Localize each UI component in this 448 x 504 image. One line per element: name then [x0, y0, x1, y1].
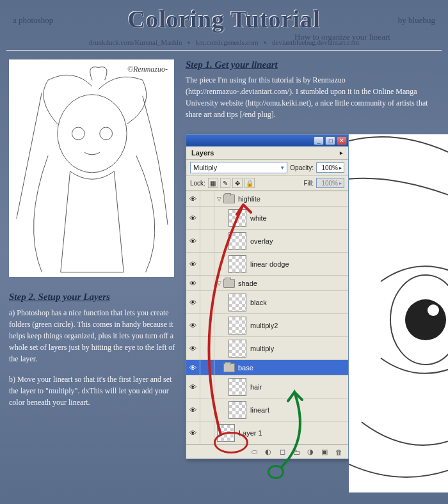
link-b[interactable]: km.comicgenesis.com — [196, 38, 259, 46]
layer-name[interactable]: highlite — [238, 195, 260, 203]
lock-fill-row: Lock: ▦ ✎ ✥ 🔒 Fill: 100%▸ — [186, 176, 348, 191]
link-a[interactable]: drunkduck.com/Kurenai_Mashin — [89, 38, 182, 46]
header-byline: by bluebug — [398, 15, 435, 26]
layers-tab[interactable]: Layers ▸ — [186, 146, 348, 160]
visibility-toggle-icon[interactable]: 👁 — [186, 276, 200, 290]
layer-thumbnail[interactable] — [228, 340, 246, 358]
fill-field[interactable]: 100%▸ — [316, 178, 344, 188]
layer-name[interactable]: base — [238, 364, 253, 372]
visibility-toggle-icon[interactable]: 👁 — [186, 421, 200, 444]
layers-list[interactable]: 👁▽highlite👁white👁overlay👁linear dodge👁▽s… — [186, 191, 348, 445]
layers-panel[interactable]: _ ◻ ✕ Layers ▸ Multiply ▾ Opacity: 100%▸… — [186, 134, 349, 459]
layer-name[interactable]: Layer 1 — [239, 429, 262, 437]
visibility-toggle-icon[interactable]: 👁 — [186, 375, 200, 398]
artist-signature: ©Renmazuo- — [127, 65, 168, 74]
visibility-toggle-icon[interactable]: 👁 — [186, 398, 200, 421]
layer-thumbnail[interactable] — [228, 232, 246, 250]
new-folder-icon[interactable]: 🗀 — [291, 447, 302, 457]
svg-point-4 — [405, 299, 446, 340]
link-column[interactable] — [200, 207, 214, 229]
layer-name[interactable]: multiply2 — [250, 322, 278, 329]
link-column[interactable] — [200, 276, 214, 290]
lock-pixels-icon[interactable]: ✎ — [220, 178, 230, 188]
adjustment-layer-icon[interactable]: ◑ — [305, 447, 316, 457]
layer-item[interactable]: 👁lineart — [186, 398, 348, 421]
delete-layer-icon[interactable]: 🗑 — [333, 447, 344, 457]
step2-para-a: a) Photoshop has a nice function that le… — [9, 307, 179, 365]
separator-icon: ▪ — [264, 38, 266, 46]
layer-folder[interactable]: 👁▽base — [186, 360, 348, 375]
visibility-toggle-icon[interactable]: 👁 — [186, 191, 200, 206]
layer-name[interactable]: multiply — [250, 345, 274, 352]
layer-item[interactable]: 👁multiply — [186, 337, 348, 360]
folder-toggle-icon[interactable]: ▽ — [217, 365, 221, 371]
lock-all-icon[interactable]: 🔒 — [244, 178, 255, 188]
opacity-label: Opacity: — [290, 164, 314, 171]
opacity-field[interactable]: 100%▸ — [316, 162, 344, 173]
visibility-toggle-icon[interactable]: 👁 — [186, 314, 200, 336]
visibility-toggle-icon[interactable]: 👁 — [186, 291, 200, 313]
layer-thumbnail[interactable] — [228, 294, 246, 311]
link-column[interactable] — [200, 191, 214, 206]
layer-style-icon[interactable]: ◐ — [262, 447, 274, 457]
layer-name[interactable]: white — [250, 214, 267, 222]
folder-toggle-icon[interactable]: ▽ — [217, 280, 221, 287]
link-column[interactable] — [200, 398, 214, 421]
panel-titlebar[interactable]: _ ◻ ✕ — [186, 135, 348, 146]
close-button[interactable]: ✕ — [337, 136, 347, 145]
maximize-button[interactable]: ◻ — [325, 136, 335, 145]
link-column[interactable] — [200, 314, 214, 336]
chevron-right-icon: ▸ — [339, 180, 342, 186]
lock-position-icon[interactable]: ✥ — [232, 178, 243, 188]
link-column[interactable] — [200, 360, 214, 375]
layer-item[interactable]: 👁hair — [186, 375, 348, 398]
layer-thumbnail[interactable] — [228, 378, 246, 396]
page-title: Coloring Tutorial — [13, 5, 435, 33]
divider — [6, 50, 442, 51]
layer-item[interactable]: 👁multiply2 — [186, 314, 348, 337]
layer-name[interactable]: linear dodge — [250, 260, 289, 268]
layer-item[interactable]: 👁black — [186, 291, 348, 314]
folder-toggle-icon[interactable]: ▽ — [217, 196, 221, 202]
new-layer-icon[interactable]: ▣ — [319, 447, 330, 457]
layer-item[interactable]: 👁white — [186, 207, 348, 230]
layer-thumbnail[interactable] — [228, 255, 246, 273]
layers-tab-label: Layers — [191, 149, 214, 157]
link-column[interactable] — [200, 230, 214, 252]
layer-name[interactable]: black — [250, 299, 267, 306]
layer-item[interactable]: 👁Layer 1 — [186, 421, 348, 445]
visibility-toggle-icon[interactable]: 👁 — [186, 230, 200, 252]
layer-thumbnail[interactable] — [228, 317, 246, 335]
link-column[interactable] — [200, 421, 214, 444]
minimize-button[interactable]: _ — [314, 136, 324, 145]
layer-name[interactable]: lineart — [250, 406, 269, 414]
link-column[interactable] — [200, 253, 214, 275]
layer-thumbnail[interactable] — [228, 401, 246, 419]
layer-thumbnail[interactable] — [228, 209, 246, 227]
layer-item[interactable]: 👁linear dodge — [186, 253, 348, 276]
layer-folder[interactable]: 👁▽highlite — [186, 191, 348, 207]
step1-body: The piece I'm using for this tutorial is… — [186, 74, 438, 120]
layer-name[interactable]: overlay — [250, 237, 273, 245]
layer-mask-icon[interactable]: ◻ — [276, 447, 288, 457]
layer-folder[interactable]: 👁▽shade — [186, 276, 348, 291]
svg-point-2 — [100, 127, 113, 140]
layer-item[interactable]: 👁overlay — [186, 230, 348, 253]
layer-thumbnail[interactable] — [217, 424, 235, 442]
lock-transparency-icon[interactable]: ▦ — [208, 178, 218, 188]
link-column[interactable] — [200, 337, 214, 359]
layer-name[interactable]: shade — [238, 280, 257, 287]
visibility-toggle-icon[interactable]: 👁 — [186, 207, 200, 229]
step2-body: a) Photoshop has a nice function that le… — [9, 307, 179, 417]
link-layers-icon[interactable]: ⬭ — [248, 447, 260, 457]
layer-name[interactable]: hair — [250, 383, 262, 391]
panel-menu-icon[interactable]: ▸ — [340, 150, 343, 156]
visibility-toggle-icon[interactable]: 👁 — [186, 360, 200, 375]
link-column[interactable] — [200, 291, 214, 313]
visibility-toggle-icon[interactable]: 👁 — [186, 253, 200, 275]
blend-mode-select[interactable]: Multiply ▾ — [190, 162, 287, 173]
svg-point-5 — [428, 304, 439, 316]
visibility-toggle-icon[interactable]: 👁 — [186, 337, 200, 359]
svg-point-1 — [72, 127, 84, 140]
link-column[interactable] — [200, 375, 214, 398]
